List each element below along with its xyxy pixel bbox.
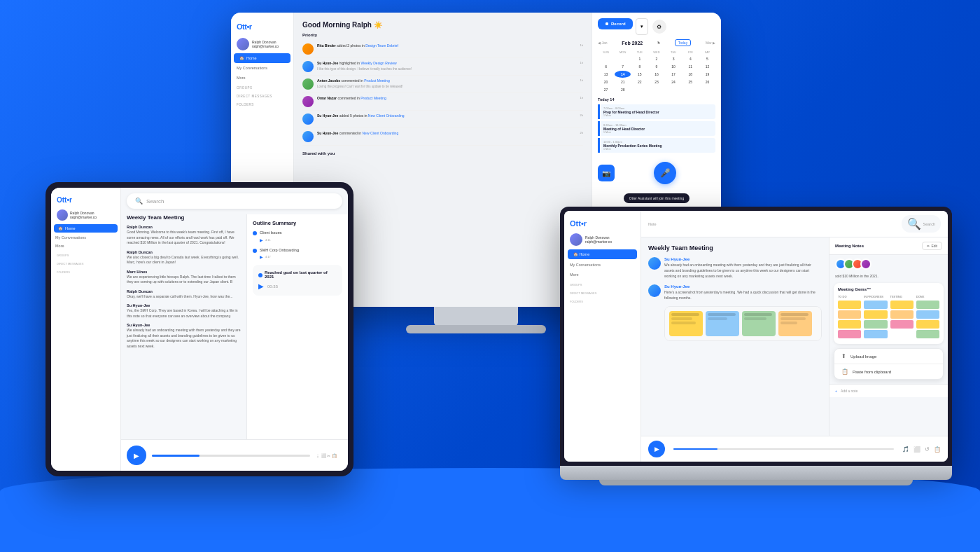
cal-next-btn[interactable]: Mar ▶ <box>706 41 715 45</box>
laptop-content-area: Weekly Team Meeting Su Hyun-Jee We alrea… <box>641 237 948 436</box>
gems-col-progress: IN PROGRESS <box>864 295 887 340</box>
cal-day[interactable] <box>615 55 631 62</box>
cal-day[interactable]: 16 <box>648 71 664 78</box>
calendar-today-button[interactable]: Today <box>675 39 691 46</box>
cal-day[interactable]: 26 <box>699 78 715 85</box>
tablet-nav-more[interactable]: More <box>51 242 120 250</box>
cal-day[interactable]: 3 <box>666 55 682 62</box>
laptop-upload-menu: ⬆ Upload Image 📋 Paste from clipboard <box>834 348 944 380</box>
outline-play-icon-1[interactable]: ▶ <box>260 237 263 242</box>
cal-day[interactable] <box>598 55 614 62</box>
laptop-progress-bar[interactable] <box>673 448 894 450</box>
cal-day[interactable]: 11 <box>682 63 699 70</box>
cal-day[interactable]: 8 <box>631 63 648 70</box>
monitor-record-dropdown[interactable]: ▾ <box>636 18 648 35</box>
laptop-dm-label: DIRECT MESSAGES <box>564 288 640 296</box>
cal-day[interactable]: 4 <box>682 55 699 62</box>
monitor-user-email: ralph@marker.co <box>252 44 279 49</box>
tablet-chat: Weekly Team Meeting Ralph Duncan Good Mo… <box>121 214 246 439</box>
laptop-notes-title: Meeting Notes <box>835 244 864 248</box>
cal-day[interactable]: 12 <box>699 63 715 70</box>
gems-col-header-todo: TO DO <box>838 295 861 298</box>
laptop-play-button[interactable]: ▶ <box>648 441 665 457</box>
cal-day[interactable]: 6 <box>598 63 614 70</box>
laptop-icon-2[interactable]: ⬜ <box>913 446 920 453</box>
upload-image-item[interactable]: ⬆ Upload Image <box>834 349 943 364</box>
monitor-notif-avatar-4 <box>302 96 314 107</box>
monitor-record-button[interactable]: ⏺ Record <box>598 18 633 29</box>
cal-day[interactable]: 18 <box>682 71 699 78</box>
add-note-placeholder: Add a note <box>841 389 858 393</box>
highlight-play-btn[interactable]: ▶ <box>258 282 264 290</box>
cal-day[interactable]: 15 <box>631 71 648 78</box>
cal-header-wed: WED <box>648 50 664 55</box>
cal-day[interactable]: 24 <box>666 78 682 85</box>
laptop-edit-button[interactable]: ✏ Edit <box>922 242 942 250</box>
search-icon: 🔍 <box>135 198 143 205</box>
cal-day[interactable]: 19 <box>699 71 715 78</box>
monitor-mic-btn[interactable]: 🎤 <box>654 162 676 184</box>
cal-day[interactable]: 5 <box>699 55 715 62</box>
cal-prev-btn[interactable]: ◀ Jan <box>598 41 607 45</box>
paste-clipboard-item[interactable]: 📋 Paste from clipboard <box>834 364 943 379</box>
tablet-progress-bar[interactable] <box>152 455 310 457</box>
cal-day[interactable]: 13 <box>598 71 614 78</box>
monitor-settings-icon[interactable]: ⚙ <box>652 20 666 34</box>
monitor-notification-4: Omar Nazar commented in Product Meeting … <box>302 93 583 111</box>
tablet-msg-6: Su Hyun-Jee We already had an onboarding… <box>127 323 241 349</box>
gems-col-testing: TESTING <box>890 295 913 340</box>
cal-day[interactable]: 1 <box>631 55 648 62</box>
tablet-nav-home[interactable]: 🏠 Home <box>54 224 118 233</box>
tablet-dm-label: DIRECT MESSAGES <box>51 258 120 267</box>
tablet-outline-item-1: Client Issues ▶ 4:11 <box>253 230 342 242</box>
tablet-search-placeholder: Search <box>146 198 164 205</box>
laptop-msg-name-2: Su Hyun-Jee <box>664 284 822 289</box>
laptop-bottom-icons: 🎵 ⬜ ↺ 📋 <box>902 446 941 453</box>
cal-day-today[interactable]: 14 <box>615 71 631 78</box>
monitor-notif-badge-5: 2h <box>580 113 583 117</box>
monitor-notif-avatar-5 <box>302 113 314 125</box>
monitor-groups-label: GROUPS <box>231 83 293 91</box>
cal-day[interactable]: 10 <box>666 63 682 70</box>
laptop-icon-1[interactable]: 🎵 <box>902 446 909 453</box>
cal-day[interactable]: 2 <box>648 55 664 62</box>
monitor-nav-conversations[interactable]: My Conversations <box>231 63 293 73</box>
cal-day[interactable]: 23 <box>648 78 664 85</box>
cal-day[interactable]: 20 <box>598 78 614 85</box>
laptop-main: Note 🔍 Search Weekly Team Meeting Su Hyu <box>641 211 948 462</box>
cal-day[interactable]: 22 <box>631 78 648 85</box>
monitor-nav-home[interactable]: 🏠 Home <box>234 53 290 63</box>
laptop-icon-4[interactable]: 📋 <box>934 446 941 453</box>
laptop-sidebar: Ott•r Ralph Donovan ralph@marker.co 🏠 Ho… <box>564 211 641 462</box>
cal-day[interactable]: 27 <box>598 86 614 93</box>
outline-play-icon-2[interactable]: ▶ <box>260 254 263 259</box>
tablet-screen: Ott•r Ralph Donovan ralph@marker.co 🏠 Ho… <box>51 188 348 471</box>
laptop-add-note[interactable]: + Add a note <box>830 384 948 397</box>
laptop-search-area[interactable]: 🔍 Search <box>902 215 941 233</box>
laptop-icon-3[interactable]: ↺ <box>925 446 930 453</box>
tablet-outline-title: Outline Summary <box>253 220 342 226</box>
tablet-nav-conversations[interactable]: My Conversations <box>51 233 120 242</box>
laptop-nav-more[interactable]: More <box>564 270 640 280</box>
tablet-search-bar[interactable]: 🔍 Search <box>127 193 342 209</box>
laptop-user-avatar <box>570 233 582 246</box>
monitor-notif-avatar-2 <box>302 61 314 72</box>
edit-icon: ✏ <box>927 244 930 248</box>
monitor-nav-more[interactable]: More <box>231 73 293 83</box>
cal-day[interactable]: 28 <box>615 86 631 93</box>
cal-day[interactable]: 25 <box>682 78 699 85</box>
monitor-video-btn[interactable]: 📷 <box>598 165 615 181</box>
laptop-nav-home[interactable]: 🏠 Home <box>568 249 637 259</box>
calendar-event-2: 8:30am - 10:00am Meeting of Head Directo… <box>598 121 715 136</box>
cal-refresh-icon[interactable]: ↻ <box>657 41 660 45</box>
cal-day[interactable]: 9 <box>648 63 664 70</box>
gems-col-todo: TO DO <box>838 295 861 340</box>
calendar-header: ◀ Jan Feb 2022 ↻ Today Mar ▶ <box>598 39 715 46</box>
cal-day[interactable]: 17 <box>666 71 682 78</box>
laptop-nav-conversations[interactable]: My Conversations <box>564 260 640 270</box>
cal-day[interactable]: 21 <box>615 78 631 85</box>
cal-day[interactable]: 7 <box>615 63 631 70</box>
monitor-priority-label: Priority <box>302 33 583 37</box>
tablet-play-button[interactable]: ▶ <box>127 446 146 465</box>
sticky-13 <box>916 310 939 319</box>
